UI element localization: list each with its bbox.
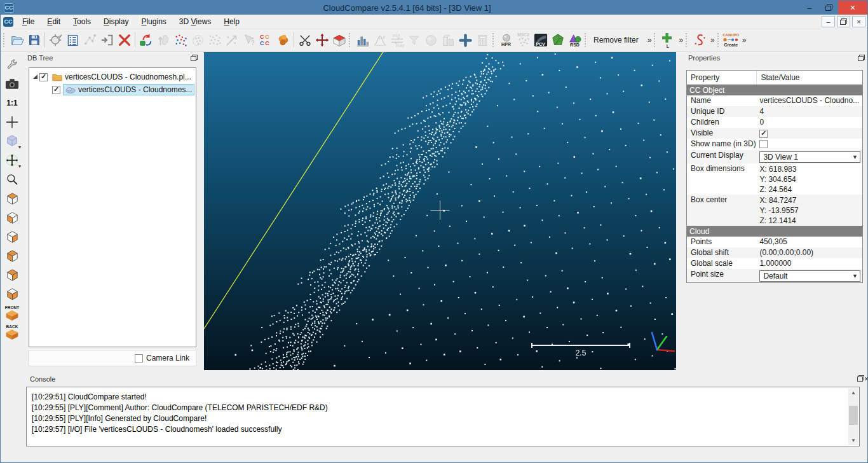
zoom-magnifier-icon[interactable] bbox=[3, 170, 22, 189]
sra-plugin-icon[interactable] bbox=[691, 31, 708, 49]
minmax-filter-icon[interactable]: minmax bbox=[388, 31, 405, 49]
console-scrollbar[interactable]: ▲ ▼ bbox=[848, 388, 858, 445]
visibility-checkbox[interactable] bbox=[39, 73, 48, 81]
minimize-button[interactable]: – bbox=[800, 1, 819, 15]
mdi-restore-button[interactable] bbox=[837, 16, 850, 27]
toolbar-grip bbox=[686, 33, 688, 47]
segment-scissors-icon[interactable] bbox=[296, 31, 313, 49]
sphere-tool-icon[interactable] bbox=[423, 31, 440, 49]
view-bottom-icon[interactable] bbox=[3, 284, 22, 303]
subsample-icon[interactable] bbox=[189, 31, 206, 49]
viewport-canvas[interactable] bbox=[204, 52, 676, 370]
cloud-cloud-distance-icon[interactable]: CCCC bbox=[257, 31, 275, 49]
canupo-plugin-icon[interactable]: CANUPOCreate bbox=[722, 31, 740, 49]
scroll-down-icon[interactable]: ▼ bbox=[848, 436, 858, 445]
clipping-box-icon[interactable] bbox=[330, 31, 348, 49]
attributes-list-icon[interactable] bbox=[64, 31, 81, 49]
config-wrench-icon[interactable] bbox=[3, 55, 22, 74]
pivot-visibility-icon[interactable]: ▾ bbox=[3, 132, 22, 151]
add-constant-icon[interactable] bbox=[457, 31, 474, 49]
float-icon bbox=[857, 375, 864, 382]
hpr-plugin-icon[interactable]: HPR bbox=[498, 31, 515, 49]
menu-plugins[interactable]: Plugins bbox=[135, 15, 172, 28]
console-float-button[interactable] bbox=[857, 375, 864, 384]
zoom-1-1-icon[interactable]: 1:1 bbox=[3, 93, 22, 113]
screenshot-camera-icon[interactable] bbox=[3, 74, 22, 93]
pick-rotation-center-icon[interactable] bbox=[3, 113, 22, 132]
visibility-checkbox[interactable] bbox=[52, 86, 60, 94]
align-points-icon[interactable] bbox=[172, 31, 189, 49]
view-top-icon[interactable] bbox=[3, 189, 22, 208]
scroll-up-icon[interactable]: ▲ bbox=[848, 388, 858, 397]
property-label: Box center bbox=[687, 195, 757, 226]
property-checkbox[interactable] bbox=[759, 140, 768, 148]
histogram-icon[interactable] bbox=[354, 31, 371, 49]
view-iso-front-icon[interactable]: FRONT bbox=[3, 303, 22, 322]
menu-file[interactable]: File bbox=[16, 15, 41, 28]
mdi-close-button[interactable]: × bbox=[852, 16, 865, 27]
camera-link-checkbox[interactable] bbox=[135, 354, 143, 363]
view-front-icon[interactable] bbox=[3, 265, 22, 284]
properties-panel: Properties Property State/Value CC Objec… bbox=[684, 52, 868, 373]
funnel-filter-icon[interactable] bbox=[405, 31, 423, 49]
menu-tools[interactable]: Tools bbox=[67, 15, 97, 28]
primitive-factory-icon[interactable] bbox=[440, 31, 457, 49]
octree-icon[interactable] bbox=[275, 31, 292, 49]
interpolate-icon[interactable] bbox=[223, 31, 240, 49]
property-dropdown[interactable]: Default▼ bbox=[759, 270, 860, 282]
point-info-icon[interactable]: ? bbox=[240, 31, 257, 49]
toolbar-overflow[interactable]: » bbox=[645, 36, 653, 45]
toolbar-overflow[interactable]: » bbox=[676, 36, 684, 45]
translate-rotate-icon[interactable] bbox=[313, 31, 330, 49]
scroll-thumb[interactable] bbox=[849, 406, 858, 425]
remove-filter-button[interactable]: Remove filter bbox=[590, 34, 645, 46]
toolbar-overflow[interactable]: » bbox=[740, 36, 748, 45]
db-tree-float-button[interactable] bbox=[191, 55, 198, 61]
fine-registration-icon[interactable] bbox=[154, 31, 172, 49]
gaussian-filter-icon[interactable]: µ,σ bbox=[371, 31, 388, 49]
view-back-icon[interactable] bbox=[3, 246, 22, 265]
pcv-plugin-icon[interactable]: PCV bbox=[532, 31, 549, 49]
toolbar-separator bbox=[135, 32, 135, 48]
rsd-plugin-icon[interactable]: RSD bbox=[566, 31, 583, 49]
svg-text:C: C bbox=[265, 40, 269, 46]
register-icon[interactable] bbox=[137, 31, 154, 49]
menu-display[interactable]: Display bbox=[97, 15, 135, 28]
tree-item-label: verticesCLOUDS - Cloudnomesh.pl... bbox=[65, 73, 191, 81]
property-dropdown[interactable]: 3D View 1▼ bbox=[759, 151, 860, 163]
apply-transform-icon[interactable] bbox=[98, 31, 116, 49]
property-checkbox[interactable] bbox=[759, 130, 768, 138]
calculator-icon[interactable] bbox=[474, 31, 491, 49]
save-icon[interactable] bbox=[25, 31, 43, 49]
open-icon[interactable] bbox=[8, 31, 25, 49]
view-right-icon[interactable] bbox=[3, 227, 22, 246]
expander-icon[interactable] bbox=[33, 74, 37, 79]
properties-float-button[interactable] bbox=[858, 55, 865, 61]
restore-button[interactable] bbox=[819, 1, 838, 15]
noise-filter-icon[interactable] bbox=[206, 31, 223, 49]
m3c2-plugin-icon[interactable]: M3C2 bbox=[515, 31, 532, 49]
facets-plugin-icon[interactable] bbox=[549, 31, 566, 49]
property-value: Z: 12.1414 bbox=[759, 216, 861, 226]
3d-view[interactable]: 2.5 bbox=[204, 52, 676, 370]
menu-3d-views[interactable]: 3D Views bbox=[173, 15, 218, 28]
point-pair-icon[interactable] bbox=[81, 31, 98, 49]
delete-icon[interactable] bbox=[116, 31, 133, 49]
tree-item[interactable]: verticesCLOUDS - Cloudnomes... bbox=[29, 83, 196, 96]
property-value: X: 618.983 bbox=[759, 164, 861, 174]
console-close-button[interactable]: × bbox=[864, 375, 868, 384]
property-row: Visible bbox=[687, 128, 862, 139]
plus-l-plugin-icon[interactable]: L bbox=[659, 31, 676, 49]
tree-item[interactable]: verticesCLOUDS - Cloudnomesh.pl... bbox=[29, 71, 196, 83]
chevron-down-icon: ▾ bbox=[18, 164, 21, 169]
view-left-icon[interactable] bbox=[3, 208, 22, 227]
menu-edit[interactable]: Edit bbox=[41, 15, 67, 28]
toolbar-overflow[interactable]: » bbox=[708, 36, 716, 45]
mdi-minimize-button[interactable]: – bbox=[822, 16, 835, 27]
view-iso-back-icon[interactable]: BACK bbox=[3, 322, 22, 342]
window-title: CloudCompare v2.5.4.1 [64 bits] - [3D Vi… bbox=[14, 3, 800, 13]
clone-icon[interactable] bbox=[47, 31, 64, 49]
menu-help[interactable]: Help bbox=[217, 15, 246, 28]
interaction-mode-icon[interactable]: ▾ bbox=[3, 151, 22, 170]
close-button[interactable]: × bbox=[838, 1, 867, 15]
